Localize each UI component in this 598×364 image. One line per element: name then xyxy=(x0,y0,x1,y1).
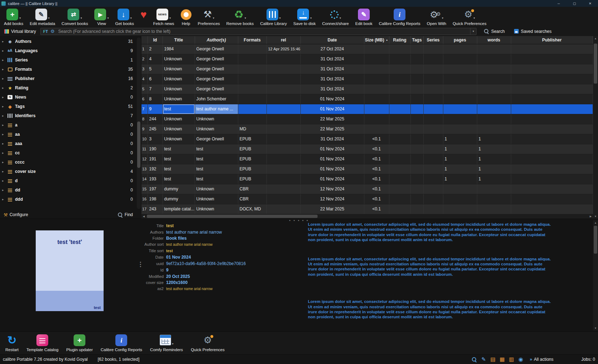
cell-rel[interactable] xyxy=(266,124,300,134)
toolbar-button-preferences[interactable]: ⚒▾Preferences xyxy=(195,8,223,26)
tag-browser-item-ddd[interactable]: ▸ddd0 xyxy=(0,195,141,204)
expand-chevron-icon[interactable]: ▸ xyxy=(2,114,7,118)
cell-publisher[interactable] xyxy=(511,54,593,64)
cell-publisher[interactable] xyxy=(511,144,593,154)
vertical-scrollbar[interactable]: ▲ ▼ xyxy=(593,36,598,219)
book-row[interactable]: 8244UnknownUnknown22 Mar 2025 xyxy=(141,114,593,124)
comments-scroll-thumb[interactable] xyxy=(594,226,597,254)
cell-size[interactable] xyxy=(364,54,389,64)
comments-scroll-down-icon[interactable]: ▼ xyxy=(593,326,598,330)
toolbar-button-view[interactable]: ▶▾View xyxy=(91,8,112,26)
cell-rel[interactable]: 12 Apr 2025 15:46 xyxy=(266,44,300,54)
cell-tags[interactable] xyxy=(410,94,423,104)
column-header-authors[interactable]: Author(s) xyxy=(195,36,238,44)
cell-rating[interactable] xyxy=(389,84,410,94)
cell-title[interactable]: test xyxy=(163,174,195,184)
cell-tags[interactable] xyxy=(410,114,423,124)
expand-chevron-icon[interactable]: ▸ xyxy=(2,77,7,80)
cell-id[interactable]: 243 xyxy=(148,204,163,214)
cell-rel[interactable] xyxy=(266,74,300,84)
toolbar-button-remove-books[interactable]: ♻▾Remove books xyxy=(223,8,257,26)
cell-rel[interactable] xyxy=(266,134,300,144)
horizontal-scrollbar[interactable]: ◀ ▶ xyxy=(141,214,593,219)
cell-id[interactable]: 244 xyxy=(148,114,163,124)
cell-rel[interactable] xyxy=(266,84,300,94)
grid-view-icon[interactable]: ▦ xyxy=(498,356,506,363)
cell-words[interactable] xyxy=(477,114,511,124)
scroll-left-icon[interactable]: ◀ xyxy=(141,214,146,219)
cell-title[interactable]: Unknown xyxy=(163,124,195,134)
scroll-up-icon[interactable]: ▲ xyxy=(593,36,598,41)
highlight-icon[interactable]: ✎ xyxy=(480,356,488,363)
cell-tags[interactable] xyxy=(410,154,423,164)
tag-browser-item-Identifiers[interactable]: ▸Identifiers7 xyxy=(0,111,141,120)
book-cover[interactable]: test 'test' test xyxy=(36,230,104,311)
details-splitter-handle[interactable]: ●●● xyxy=(140,261,141,268)
cell-rel[interactable] xyxy=(266,194,300,204)
cell-size[interactable]: <0.1 xyxy=(364,204,389,214)
scroll-right-icon[interactable]: ▶ xyxy=(588,214,593,219)
cell-pages[interactable]: 1 xyxy=(443,144,477,154)
scroll-down-icon[interactable]: ▼ xyxy=(593,214,598,219)
cell-publisher[interactable] xyxy=(511,174,593,184)
cell-rating[interactable] xyxy=(389,164,410,174)
dropdown-arrow-icon[interactable]: ▾ xyxy=(340,16,341,21)
cell-publisher[interactable] xyxy=(511,194,593,204)
toolbar-button-edit-metadata[interactable]: ✎▾Edit metadata xyxy=(26,8,58,26)
bottom-toolbar-button-restart[interactable]: ↻Restart xyxy=(1,333,23,352)
tag-browser-scrollbar-thumb[interactable] xyxy=(137,121,140,168)
library-view-icon[interactable]: ▤ xyxy=(489,356,497,363)
cell-date[interactable]: 12 Nov 2024 xyxy=(300,184,364,194)
bottom-toolbar-button-plugin-updater[interactable]: +Plugin updater xyxy=(63,333,97,352)
cell-rating[interactable] xyxy=(389,174,410,184)
book-row[interactable]: 17243template catal...UnknownDOCX, MD22 … xyxy=(141,204,593,214)
toolbar-button-quick-preferences[interactable]: ⚙▾Quick Preferences xyxy=(449,8,490,26)
tag-browser-item-d[interactable]: ▸d0 xyxy=(0,176,141,185)
expand-chevron-icon[interactable]: ▸ xyxy=(2,95,7,99)
cell-formats[interactable]: MD xyxy=(238,124,266,134)
cell-rel[interactable] xyxy=(266,184,300,194)
expand-chevron-icon[interactable]: ▸ xyxy=(2,49,7,53)
cell-id[interactable]: 7 xyxy=(148,84,163,94)
cell-rating[interactable] xyxy=(389,154,410,164)
search-icon[interactable] xyxy=(470,356,478,363)
dropdown-arrow-icon[interactable]: ▾ xyxy=(107,16,109,21)
cell-rating[interactable] xyxy=(389,204,410,214)
cell-words[interactable] xyxy=(477,54,511,64)
fulltext-search-icon[interactable]: FT xyxy=(42,29,49,34)
close-button[interactable]: ✕ xyxy=(582,0,598,7)
preview-icon[interactable]: ◉ xyxy=(517,356,525,363)
tag-browser-item-Series[interactable]: ▸Series1 xyxy=(0,55,141,65)
tag-browser-scrollbar[interactable] xyxy=(137,38,141,209)
column-header-rating[interactable]: Rating xyxy=(389,36,410,44)
cell-date[interactable]: 01 Nov 2024 xyxy=(300,154,364,164)
cell-authors[interactable]: George Orwell xyxy=(195,134,238,144)
cell-words[interactable]: 1 xyxy=(477,154,511,164)
cell-formats[interactable] xyxy=(238,44,266,54)
cell-series[interactable] xyxy=(423,144,443,154)
bottom-toolbar-button-config-reports[interactable]: iCalibre Config Reports xyxy=(97,333,146,352)
cell-title[interactable]: dummy xyxy=(163,184,195,194)
cell-title[interactable]: test xyxy=(163,104,195,114)
cell-authors[interactable]: George Orwell xyxy=(195,84,238,94)
cell-pages[interactable] xyxy=(443,94,477,104)
cell-authors[interactable]: George Orwell xyxy=(195,74,238,84)
cell-title[interactable]: test xyxy=(163,164,195,174)
cell-date[interactable]: 01 Nov 2024 xyxy=(300,144,364,154)
cell-authors[interactable]: test xyxy=(195,144,238,154)
expand-chevron-icon[interactable]: ▸ xyxy=(2,179,7,183)
dropdown-arrow-icon[interactable]: ▾ xyxy=(19,16,21,21)
toolbar-button-save-to-disk[interactable]: ↓▾Save to disk xyxy=(290,8,319,26)
cell-rel[interactable] xyxy=(266,164,300,174)
column-header-rownum[interactable] xyxy=(141,36,148,44)
cell-tags[interactable] xyxy=(410,44,423,54)
cell-pages[interactable] xyxy=(443,54,477,64)
book-row[interactable]: 103UnknownGeorge OrwellEPUB31 Oct 2024<0… xyxy=(141,134,593,144)
cell-publisher[interactable] xyxy=(511,64,593,74)
cell-tags[interactable] xyxy=(410,54,423,64)
cell-size[interactable] xyxy=(364,44,389,54)
cell-size[interactable] xyxy=(364,114,389,124)
cell-authors[interactable]: George Orwell xyxy=(195,54,238,64)
cell-formats[interactable]: CBR xyxy=(238,194,266,204)
splitter-handle[interactable]: ● ● ● ● ● xyxy=(0,219,598,222)
